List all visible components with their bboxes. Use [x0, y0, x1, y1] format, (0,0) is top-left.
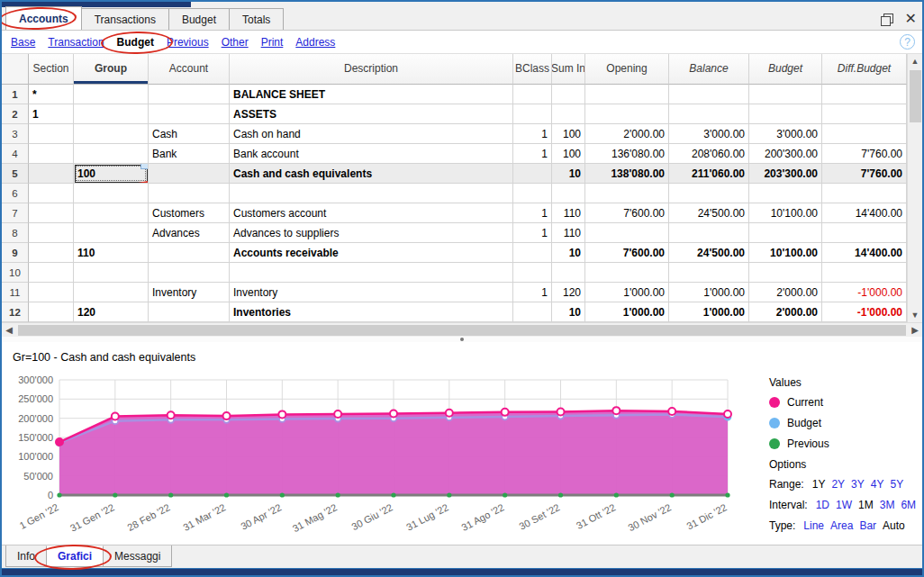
cell-diff[interactable] — [822, 223, 907, 243]
interval-option-1m[interactable]: 1M — [858, 499, 874, 511]
column-header-diff[interactable]: Diff.Budget — [822, 54, 907, 85]
cell-bclass[interactable]: 1 — [513, 203, 552, 223]
cell-account[interactable] — [149, 85, 230, 104]
cell-section[interactable] — [29, 302, 74, 322]
column-header-section[interactable]: Section — [29, 54, 74, 85]
cell-sumin[interactable]: 10 — [552, 164, 585, 184]
legend-item-budget[interactable]: Budget — [769, 417, 913, 429]
cell-bclass[interactable]: 1 — [513, 144, 552, 164]
cell-description[interactable]: Inventory — [230, 283, 513, 302]
view-link-previous[interactable]: Previous — [167, 36, 209, 49]
cell-group[interactable] — [74, 124, 149, 144]
cell-opening[interactable]: 2'000.00 — [585, 124, 669, 144]
cell-section[interactable] — [29, 223, 74, 243]
interval-option-3m[interactable]: 3M — [880, 499, 895, 511]
cell-description[interactable] — [230, 184, 513, 203]
row-number-cell[interactable]: 6 — [2, 184, 29, 203]
cell-account[interactable]: Inventory — [149, 283, 230, 302]
cell-budget[interactable]: 10'100.00 — [749, 203, 822, 223]
horizontal-scrollbar-thumb[interactable] — [18, 325, 906, 336]
column-header-description[interactable]: Description — [230, 54, 513, 85]
cell-opening[interactable] — [585, 104, 669, 124]
cell-diff[interactable]: 14'400.00 — [822, 203, 907, 223]
type-option-bar[interactable]: Bar — [859, 519, 876, 532]
cell-diff[interactable] — [822, 263, 907, 283]
column-header-budget[interactable]: Budget — [749, 54, 822, 85]
cell-account[interactable] — [149, 302, 230, 322]
cell-diff[interactable]: 7'760.00 — [822, 164, 907, 184]
cell-section[interactable] — [29, 263, 74, 283]
cell-bclass[interactable] — [513, 302, 552, 322]
cell-account[interactable]: Bank — [149, 144, 230, 164]
cell-sumin[interactable] — [552, 263, 585, 283]
row-number-cell[interactable]: 8 — [2, 223, 29, 243]
scroll-left-icon[interactable]: ◀ — [2, 325, 16, 335]
tab-transactions[interactable]: Transactions — [81, 8, 169, 30]
cell-sumin[interactable]: 10 — [552, 243, 585, 263]
row-number-cell[interactable]: 9 — [2, 243, 29, 263]
tab-messaggi[interactable]: Messaggi — [103, 545, 172, 567]
cell-budget[interactable]: 10'100.00 — [749, 243, 822, 263]
column-header-bclass[interactable]: BClass — [513, 54, 552, 85]
row-number-cell[interactable]: 7 — [2, 203, 29, 223]
cell-bclass[interactable] — [513, 243, 552, 263]
cell-budget[interactable]: 2'000.00 — [749, 283, 822, 302]
cell-diff[interactable] — [822, 184, 907, 203]
cell-sumin[interactable]: 120 — [552, 283, 585, 302]
type-option-auto[interactable]: Auto — [883, 519, 905, 532]
cell-account[interactable]: Cash — [149, 124, 230, 144]
cell-account[interactable] — [149, 164, 230, 184]
scroll-right-icon[interactable]: ▶ — [908, 325, 922, 335]
cell-balance[interactable] — [669, 223, 749, 243]
cell-balance[interactable]: 1'000.00 — [669, 283, 749, 302]
cell-group[interactable]: 110 — [74, 243, 149, 263]
legend-item-previous[interactable]: Previous — [769, 437, 913, 450]
cell-description[interactable]: Bank account — [230, 144, 513, 164]
cell-budget[interactable]: 3'000.00 — [749, 124, 822, 144]
cell-section[interactable] — [29, 243, 74, 263]
cell-account[interactable]: Advances — [149, 223, 230, 243]
cell-bclass[interactable] — [513, 184, 552, 203]
row-number-cell[interactable]: 5 — [2, 164, 29, 184]
cell-group[interactable] — [74, 184, 149, 203]
cell-description[interactable]: Customers account — [230, 203, 513, 223]
column-header-group[interactable]: Group — [74, 54, 149, 85]
cell-opening[interactable] — [585, 85, 669, 104]
vertical-scrollbar-thumb[interactable] — [910, 70, 921, 122]
cell-bclass[interactable]: 1 — [513, 223, 552, 243]
cell-section[interactable] — [29, 184, 74, 203]
cell-diff[interactable]: -1'000.00 — [822, 283, 907, 302]
cell-section[interactable] — [29, 283, 74, 302]
tab-info[interactable]: Info — [5, 545, 47, 567]
tab-accounts[interactable]: Accounts — [5, 6, 82, 30]
cell-budget[interactable] — [749, 223, 822, 243]
tab-budget[interactable]: Budget — [168, 8, 230, 30]
cell-sumin[interactable]: 10 — [552, 302, 585, 322]
view-link-print[interactable]: Print — [261, 36, 284, 49]
cell-opening[interactable]: 1'000.00 — [585, 302, 669, 322]
cell-opening[interactable]: 138'080.00 — [585, 164, 669, 184]
row-number-cell[interactable]: 4 — [2, 144, 29, 164]
cell-balance[interactable]: 24'500.00 — [669, 243, 749, 263]
cell-description[interactable]: Advances to suppliers — [230, 223, 513, 243]
range-option-3y[interactable]: 3Y — [851, 478, 865, 491]
cell-description[interactable]: Accounts receivable — [230, 243, 513, 263]
tab-totals[interactable]: Totals — [229, 8, 284, 30]
cell-account[interactable] — [149, 263, 230, 283]
range-option-2y[interactable]: 2Y — [831, 478, 845, 491]
row-number-cell[interactable]: 11 — [2, 283, 29, 302]
cell-opening[interactable] — [585, 223, 669, 243]
column-header-account[interactable]: Account — [149, 54, 230, 85]
cell-group[interactable] — [74, 283, 149, 302]
cell-diff[interactable]: 7'760.00 — [822, 144, 907, 164]
tab-grafici[interactable]: Grafici — [46, 545, 104, 567]
row-number-cell[interactable]: 1 — [2, 85, 29, 104]
cell-balance[interactable] — [669, 184, 749, 203]
cell-description[interactable]: ASSETS — [230, 104, 513, 124]
cell-group[interactable] — [74, 203, 149, 223]
column-header-sumin[interactable]: Sum In — [552, 54, 585, 85]
cell-account[interactable] — [149, 243, 230, 263]
column-header-num[interactable] — [2, 54, 29, 85]
restore-window-icon[interactable] — [881, 14, 892, 25]
cell-group[interactable]: 100 — [74, 164, 149, 184]
